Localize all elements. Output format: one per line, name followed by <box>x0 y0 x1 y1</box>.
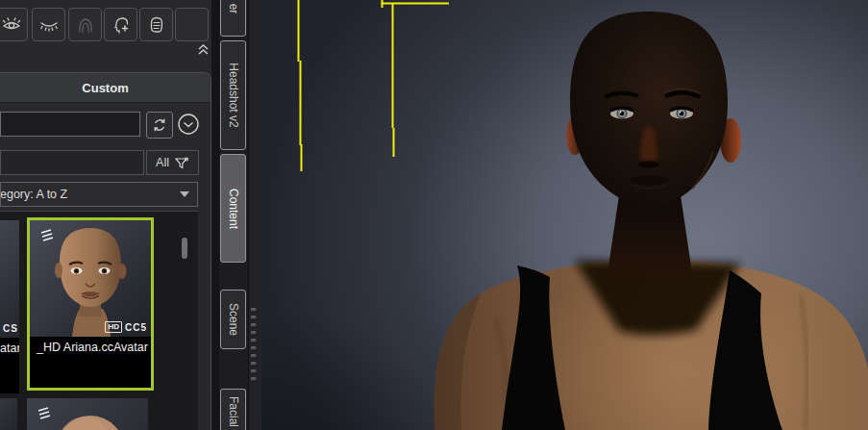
search-input[interactable] <box>0 112 140 137</box>
tab-label: er <box>227 4 240 14</box>
dock-strip <box>248 0 262 430</box>
funnel-icon <box>174 155 189 170</box>
thumbnail-image: HD CC5 <box>30 220 151 337</box>
dock-grip-handle[interactable] <box>251 308 256 383</box>
thumbnail-menu-icon[interactable] <box>38 228 55 242</box>
eye-open-icon <box>1 14 22 36</box>
tab-label: Content <box>227 188 240 228</box>
expand-search-button[interactable] <box>177 113 200 136</box>
badge-hd-text: HD <box>105 321 122 333</box>
thumbnail-image <box>27 398 148 430</box>
sort-dropdown[interactable]: egory: A to Z <box>0 182 198 207</box>
filter-scope-button[interactable]: All <box>146 150 199 175</box>
refresh-button[interactable] <box>146 112 173 139</box>
thumbnail-badge: HD CC5 <box>105 321 147 333</box>
badge-logo-text: CC5 <box>125 322 147 333</box>
badge-logo-text: CS <box>3 323 18 334</box>
eye-closed-button[interactable] <box>32 8 65 41</box>
head-wrinkles-button[interactable] <box>139 8 173 41</box>
blank-button[interactable] <box>175 8 209 41</box>
thumbnail-ariana[interactable]: HD CC5 _HD Ariana.ccAvatar <box>27 217 154 391</box>
tab-content[interactable]: Content <box>220 154 246 263</box>
avatar-toolbar <box>0 0 211 58</box>
chevron-double-up-icon <box>196 42 211 56</box>
filter-row: All <box>0 150 211 175</box>
filter-input[interactable] <box>0 150 144 175</box>
dropdown-caret-icon <box>180 191 189 197</box>
hood-icon <box>75 14 96 36</box>
tab-label: Headshot v2 <box>227 63 240 127</box>
eye-open-button[interactable] <box>0 8 28 41</box>
thumbnail-grid: CS atar <box>0 211 198 430</box>
thumbnail-partial-left-row2[interactable] <box>0 398 17 430</box>
collapse-toolbar-button[interactable] <box>196 42 211 56</box>
chevron-down-circle-icon <box>177 113 200 136</box>
thumbnail-menu-icon[interactable] <box>36 406 52 420</box>
panel-divider <box>211 0 219 430</box>
tab-headshot-v2[interactable]: Headshot v2 <box>220 40 246 150</box>
tab-partial-top[interactable]: er <box>220 0 246 37</box>
custom-tab-label: Custom <box>82 81 128 95</box>
sort-dropdown-value: egory: A to Z <box>0 188 180 201</box>
grid-scrollbar-thumb[interactable] <box>182 238 187 259</box>
annotation-lines <box>261 0 868 430</box>
content-panel: Custom All <box>0 0 211 430</box>
thumbnail-label: atar <box>0 338 19 355</box>
tab-label: Scene <box>227 303 240 336</box>
tab-scene[interactable]: Scene <box>220 290 246 349</box>
thumbnail-partial-row2[interactable] <box>27 398 148 430</box>
custom-group: Custom All <box>0 72 211 430</box>
thumbnail-label: _HD Ariana.ccAvatar <box>30 337 151 354</box>
thumbnail-partial-left[interactable]: CS atar <box>0 220 19 393</box>
tab-custom[interactable]: Custom <box>0 73 211 103</box>
head-wrinkles-icon <box>146 14 167 36</box>
dock-tab-strip: er Headshot v2 Content Scene Facial <box>219 0 248 430</box>
character-creator-window: Custom All <box>0 0 868 430</box>
head-add-icon <box>111 14 132 36</box>
tab-label: Facial <box>227 395 240 426</box>
filter-all-label: All <box>156 156 169 169</box>
hood-button[interactable] <box>68 8 102 41</box>
thumbnail-badge: CS <box>3 323 18 334</box>
search-row <box>0 112 211 139</box>
add-head-button[interactable] <box>104 8 137 41</box>
thumbnail-image: CS <box>0 220 19 338</box>
viewport-3d[interactable] <box>261 0 868 430</box>
tab-facial[interactable]: Facial <box>220 389 246 430</box>
eye-closed-icon <box>38 14 60 36</box>
refresh-icon <box>151 116 168 134</box>
